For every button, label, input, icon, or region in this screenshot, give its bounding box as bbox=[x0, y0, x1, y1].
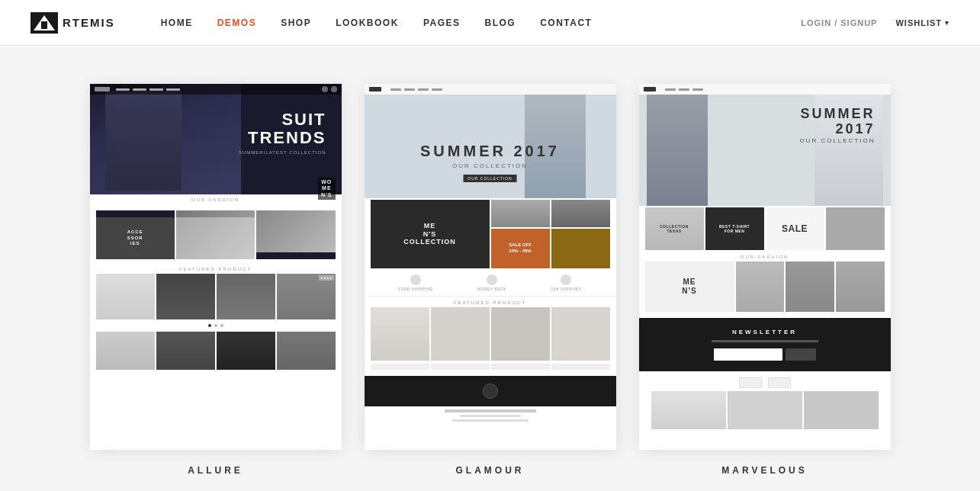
newsletter-subscribe-button[interactable] bbox=[786, 348, 816, 361]
glamour-features-row: FREE SHIPPING MONEY BACK 24H SUPPORT bbox=[365, 270, 616, 297]
allure-dot-1 bbox=[208, 324, 211, 327]
svg-rect-2 bbox=[41, 21, 47, 29]
marvelous-hero: SUMMER2017 OUR COLLECTION bbox=[639, 84, 891, 206]
allure-hero-text: SUITTRENDS SUMMER/LATEST COLLECTION bbox=[239, 111, 326, 155]
glamour-footer-bar-1 bbox=[445, 409, 536, 412]
marvelous-preview[interactable]: SUMMER2017 OUR COLLECTION COLLECTIONTEXA… bbox=[639, 84, 891, 450]
marvelous-mini-link bbox=[679, 88, 689, 91]
allure-bottom-p4 bbox=[277, 332, 336, 370]
marvelous-page-btn-1 bbox=[739, 377, 762, 388]
marvelous-sub-tshirt: BEST T-SHIRTFOR MEN bbox=[705, 207, 764, 250]
glamour-mini-link bbox=[404, 88, 415, 91]
header-right: LOGIN / SIGNUP WISHLIST ▾ bbox=[801, 18, 949, 27]
nav-pages[interactable]: PAGES bbox=[423, 18, 461, 28]
glamour-product-labels bbox=[365, 361, 616, 373]
allure-product-1 bbox=[96, 274, 155, 319]
allure-dot-2 bbox=[214, 324, 217, 327]
nav-lookbook[interactable]: LOOKBOOK bbox=[336, 18, 399, 28]
allure-mini-link bbox=[133, 88, 146, 91]
glamour-featured-label: FEATURED PRODUCT bbox=[365, 300, 616, 305]
marvelous-hero-text: SUMMER2017 OUR COLLECTION bbox=[799, 107, 875, 144]
glamour-sale-block: SALE OFF20% - 45% bbox=[491, 229, 550, 268]
logo[interactable]: RTEMIS bbox=[31, 12, 115, 34]
marvelous-men-photo-3 bbox=[836, 262, 885, 312]
newsletter-subtitle-bar bbox=[712, 340, 818, 342]
demo-card-allure: SUITTRENDS SUMMER/LATEST COLLECTION bbox=[90, 84, 342, 476]
marvelous-mini-link bbox=[692, 88, 703, 91]
allure-dots bbox=[90, 319, 342, 332]
marvelous-mini-nav bbox=[639, 84, 891, 95]
nav-home[interactable]: HOME bbox=[161, 18, 193, 28]
marvelous-page-indicators bbox=[645, 377, 885, 388]
marvelous-newsletter-section: NEWSLETTER bbox=[639, 318, 891, 371]
main-nav: HOME DEMOS SHOP LOOKBOOK PAGES BLOG CONT… bbox=[161, 18, 802, 28]
glamour-mini-nav bbox=[365, 84, 616, 95]
marvelous-bottom-section bbox=[639, 374, 891, 432]
allure-old-fashion-label: OUR FASHION bbox=[90, 197, 342, 202]
newsletter-email-input[interactable] bbox=[714, 348, 782, 361]
glamour-feature-support: 24H SUPPORT bbox=[551, 274, 581, 291]
glamour-mens-text: MEN'SCOLLECTION bbox=[403, 222, 456, 246]
newsletter-title: NEWSLETTER bbox=[732, 329, 797, 335]
allure-product-2 bbox=[156, 274, 215, 319]
glamour-mid-section: MEN'SCOLLECTION SALE OFF20% - 45% bbox=[371, 200, 610, 268]
marvelous-sub-collection: COLLECTIONTEXAS bbox=[645, 207, 704, 250]
nav-contact[interactable]: CONTACT bbox=[540, 18, 592, 28]
glamour-mini-link bbox=[390, 88, 401, 91]
marvelous-mini-link bbox=[665, 88, 676, 91]
glamour-label-bar-1 bbox=[371, 364, 429, 370]
marvelous-bottom-grid bbox=[645, 391, 885, 429]
marvelous-men-section: MEN'S bbox=[639, 262, 891, 315]
glamour-img-1 bbox=[491, 200, 550, 227]
glamour-mid-right: SALE OFF20% - 45% bbox=[491, 200, 610, 268]
glamour-footer-bar-3 bbox=[452, 419, 529, 422]
demos-section: SUITTRENDS SUMMER/LATEST COLLECTION bbox=[0, 46, 980, 491]
glamour-footer bbox=[365, 376, 616, 406]
nav-blog[interactable]: BLOG bbox=[485, 18, 516, 28]
glamour-product-row bbox=[365, 307, 616, 361]
newsletter-input-row bbox=[714, 348, 816, 361]
glamour-mini-link bbox=[418, 88, 429, 91]
glamour-product-4 bbox=[551, 307, 610, 361]
glamour-preview[interactable]: SUMMER 2017 OUR COLLECTION OUR COLLECTIO… bbox=[365, 84, 616, 450]
allure-bottom-products bbox=[90, 332, 342, 370]
allure-bottom-p1 bbox=[96, 332, 155, 370]
glamour-label-bar-3 bbox=[491, 364, 550, 370]
marvelous-figure-left bbox=[647, 95, 708, 206]
glamour-feature-label-1: FREE SHIPPING bbox=[399, 287, 433, 291]
glamour-footer-logo bbox=[483, 383, 498, 399]
login-signup-link[interactable]: LOGIN / SIGNUP bbox=[801, 18, 877, 27]
marvelous-bottom-img-2 bbox=[728, 391, 802, 429]
glamour-mini-link bbox=[432, 88, 442, 91]
marvelous-sub-sale: SALE bbox=[766, 207, 824, 250]
allure-cat-accessories: ACCESSORIES bbox=[96, 217, 175, 259]
allure-mini-icon bbox=[322, 86, 328, 92]
allure-product-3 bbox=[217, 274, 275, 319]
allure-hero: SUITTRENDS SUMMER/LATEST COLLECTION bbox=[90, 84, 342, 194]
nav-demos[interactable]: DEMOS bbox=[217, 18, 257, 28]
marvelous-men-photo-2 bbox=[786, 262, 834, 312]
glamour-img-2 bbox=[551, 200, 610, 227]
allure-bottom-p2 bbox=[156, 332, 215, 370]
marvelous-mens-label: MEN'S bbox=[645, 262, 734, 312]
marvelous-sub-grid: COLLECTIONTEXAS BEST T-SHIRTFOR MEN SALE bbox=[639, 206, 891, 252]
allure-womens-label: WOMEN'S bbox=[318, 178, 335, 200]
glamour-footer-text bbox=[365, 406, 616, 425]
glamour-mini-logo bbox=[369, 87, 381, 91]
marvelous-bottom-img-1 bbox=[651, 391, 726, 429]
allure-img-bg2 bbox=[256, 210, 335, 252]
allure-hero-figure bbox=[105, 91, 182, 191]
allure-label: ALLURE bbox=[188, 465, 243, 476]
nav-shop[interactable]: SHOP bbox=[281, 18, 311, 28]
glamour-feature-label-3: 24H SUPPORT bbox=[551, 287, 581, 291]
glamour-product-3 bbox=[491, 307, 550, 361]
demo-card-marvelous: SUMMER2017 OUR COLLECTION COLLECTIONTEXA… bbox=[639, 84, 891, 476]
allure-dot-3 bbox=[220, 324, 223, 327]
wishlist-button[interactable]: WISHLIST ▾ bbox=[895, 18, 949, 27]
glamour-product-2 bbox=[431, 307, 490, 361]
allure-featured-label: FEATURED PRODUCT bbox=[90, 267, 342, 271]
marvelous-mini-logo bbox=[644, 87, 656, 91]
allure-product-row: ★★★★ bbox=[90, 274, 342, 319]
glamour-feature-money: MONEY BACK bbox=[477, 274, 506, 291]
allure-preview[interactable]: SUITTRENDS SUMMER/LATEST COLLECTION bbox=[90, 84, 342, 450]
